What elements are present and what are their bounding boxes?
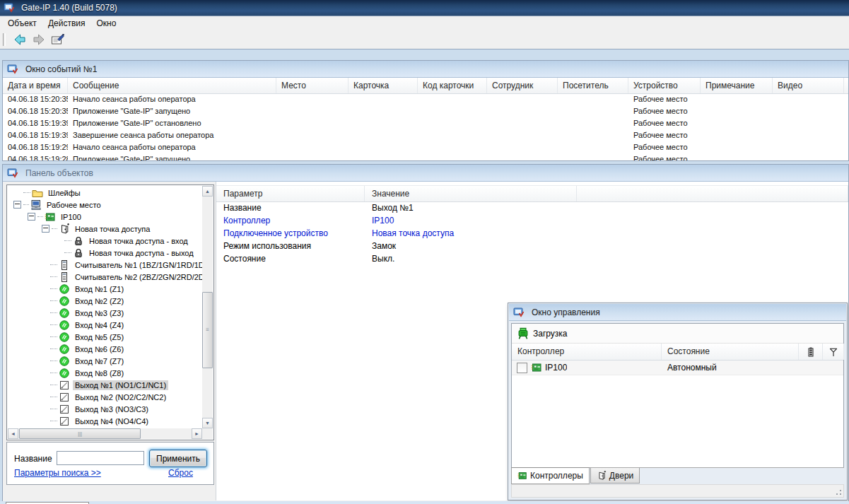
events-column-header[interactable]: Место [276,78,349,93]
menu-item-2[interactable]: Действия [42,17,91,30]
tree-item[interactable]: Выход №1 (NO1/C1/NC1) [8,379,202,391]
event-device: Рабочее место [628,107,701,115]
tree-item[interactable]: Выход №3 (NO3/C3) [8,403,202,415]
property-row[interactable]: КонтроллерIP100 [216,214,848,227]
tree-item[interactable]: Выход №2 (NO2/C2/NC2) [8,391,202,403]
tree-connector [64,240,71,242]
reset-link[interactable]: Сброс [168,468,193,478]
property-row[interactable]: СостояниеВыкл. [216,252,848,265]
control-window-caption[interactable]: Окно управления [509,304,846,321]
load-button[interactable]: Загрузка [533,329,568,339]
horizontal-scroll-thumb[interactable]: ||| [19,428,141,439]
name-input[interactable] [57,451,144,465]
property-value[interactable]: Новая точка доступа [365,228,577,238]
menu-item-3[interactable]: Окно [90,17,122,30]
tree-item[interactable]: Вход №6 (Z6) [8,343,202,355]
tree-expander-minus[interactable] [13,201,21,209]
battery-column-header[interactable] [799,344,823,360]
tree-item[interactable]: Вход №5 (Z5) [8,331,202,343]
scroll-up-button[interactable]: ▲ [202,186,213,197]
event-row[interactable]: 04.06.18 15:20:35Начало сеанса работы оп… [3,93,848,105]
tree-indent [8,252,64,253]
resize-grip-icon[interactable] [834,488,843,496]
controller-checkbox[interactable] [517,363,527,373]
events-column-header[interactable]: Сообщение [68,78,276,93]
tree-item[interactable]: Вход №1 (Z1) [8,283,202,295]
tree-item[interactable]: Новая точка доступа - выход [8,247,202,259]
properties-column-param[interactable]: Параметр [216,186,365,201]
event-row[interactable]: 04.06.18 15:19:39Приложение "Gate-IP" ос… [3,117,848,129]
tree-indent [8,336,50,337]
thumb-gripper-icon: ||| [78,433,82,435]
tree-item[interactable]: Рабочее место [8,199,202,211]
scroll-down-button[interactable]: ▼ [202,418,213,428]
tree-item[interactable]: Вход №2 (Z2) [8,295,202,307]
tree-item[interactable]: Новая точка доступа - вход [8,235,202,247]
apply-button[interactable]: Применить [149,450,207,467]
control-tab-1[interactable]: Контроллеры [511,467,590,484]
main-title-bar[interactable]: Gate-IP 1.40 (Build 5078) [0,0,849,16]
events-column-header[interactable]: Устройство [628,78,701,93]
tree-indent [8,276,50,277]
tree-item[interactable]: Считыватель №2 (2BZ/2GN/2RD/2D1 [8,271,202,283]
properties-column-value[interactable]: Значение [365,186,577,201]
controller-row[interactable]: IP100Автономный [512,361,843,375]
events-column-header[interactable]: Карточка [349,78,418,93]
tree-expander-minus[interactable] [42,225,49,233]
antenna-column-header[interactable] [823,344,844,360]
tree-vertical-scrollbar[interactable]: ▲ ≡ ▼ [202,186,213,428]
property-row[interactable]: Подключенное устройствоНовая точка досту… [216,227,848,240]
events-column-header[interactable]: Код карточки [418,78,487,93]
tree-item[interactable]: Вход №3 (Z3) [8,307,202,319]
menu-item-1[interactable]: Объект [2,17,42,30]
tree-item[interactable]: IP100 [8,211,202,223]
event-message: Приложение "Gate-IP" запущено [68,107,276,115]
tree-connector [50,397,57,398]
control-window-tabs: КонтроллерыДвери [511,467,844,484]
search-params-link[interactable]: Параметры поиска >> [14,468,101,478]
event-message: Приложение "Gate-IP" запущено [68,155,276,161]
tree-item[interactable]: Вход №7 (Z7) [8,355,202,367]
tree-item-label: Считыватель №1 (1BZ/1GN/1RD/1D1 [73,260,202,270]
tree-item[interactable]: Вход №8 (Z8) [8,367,202,379]
forward-button[interactable] [29,32,48,48]
property-value[interactable]: IP100 [365,216,577,225]
tree-item[interactable]: Новая точка доступа [8,223,202,235]
events-column-header[interactable]: Дата и время [3,78,68,93]
tree-item[interactable]: Вход №4 (Z4) [8,319,202,331]
events-column-header[interactable]: Видео [773,78,844,93]
event-message: Приложение "Gate-IP" остановлено [68,119,276,127]
events-column-header[interactable]: Примечание [701,78,773,93]
events-window: Окно событий №1 Дата и времяСообщениеМес… [2,60,849,161]
scroll-left-button[interactable]: ◄ [8,428,18,439]
property-row[interactable]: НазваниеВыход №1 [216,201,848,214]
relay-icon [59,416,70,427]
tree-horizontal-scrollbar[interactable]: ◄ ||| ► [8,428,202,439]
controllers-column-controller[interactable]: Контроллер [512,344,662,360]
objects-panel-caption[interactable]: Панель объектов [3,165,848,182]
tree-item[interactable]: Считыватель №1 (1BZ/1GN/1RD/1D1 [8,259,202,271]
events-window-caption[interactable]: Окно событий №1 [3,61,848,78]
property-row[interactable]: Режим использованияЗамок [216,240,848,252]
event-row[interactable]: 04.06.18 15:19:29Начало сеанса работы оп… [3,141,848,153]
vertical-scroll-thumb[interactable]: ≡ [202,292,213,368]
event-log-button[interactable] [48,32,67,48]
tree-item[interactable]: Шлейфы [8,187,202,199]
folder-icon [32,187,43,199]
controllers-column-state[interactable]: Состояние [662,344,799,360]
back-button[interactable] [10,32,29,48]
event-row[interactable]: 04.06.18 15:19:28Приложение "Gate-IP" за… [3,153,848,160]
events-column-header[interactable]: Посетитель [558,78,628,93]
tree-item-label: Шлейфы [46,188,83,198]
tree-item[interactable]: Выход №4 (NO4/C4) [8,415,202,427]
tree-indent [8,288,50,289]
toolbar-gripper[interactable] [3,33,6,46]
scroll-right-button[interactable]: ► [192,428,202,439]
event-row[interactable]: 04.06.18 15:20:35Приложение "Gate-IP" за… [3,105,848,117]
control-tab-2[interactable]: Двери [590,468,640,484]
menu-bar: ОбъектДействияОкно [0,16,849,30]
tree-connector [50,348,57,350]
events-column-header[interactable]: Сотрудник [487,78,558,93]
tree-expander-minus[interactable] [28,213,35,221]
event-row[interactable]: 04.06.18 15:19:39Завершение сеанса работ… [3,129,848,141]
